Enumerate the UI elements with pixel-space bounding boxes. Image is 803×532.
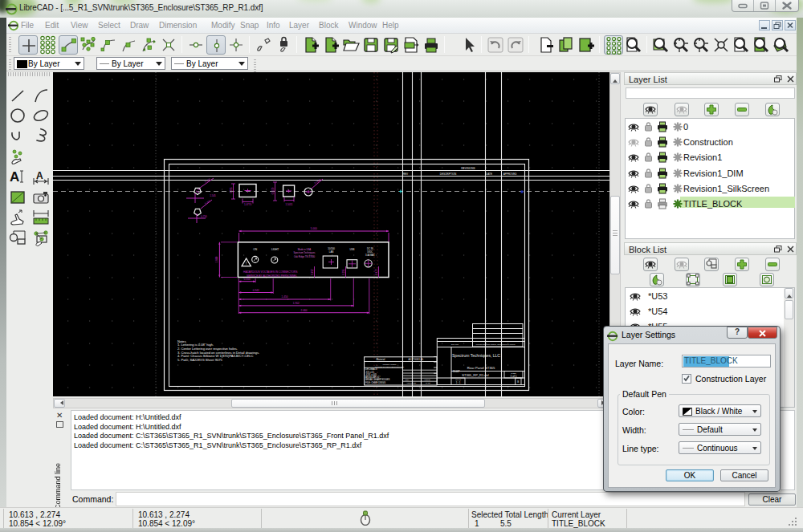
svg-text:DATE: DATE [426, 382, 430, 384]
svg-text:ST365_RP_R1.dxf: ST365_RP_R1.dxf [462, 373, 489, 377]
svg-text:1 : 1: 1 : 1 [456, 381, 461, 384]
svg-text:SCALE: SCALE [455, 379, 461, 380]
svg-text:DRAWN: DRAWN [451, 343, 459, 346]
svg-text:UNLESS OTHERWISE SPECIFIED: UNLESS OTHERWISE SPECIFIED [375, 366, 405, 368]
svg-text:SHEET: SHEET [511, 372, 516, 374]
svg-text:1.902: 1.902 [293, 302, 300, 305]
svg-text:5. PwD, SA228VG Sheet 9075: 5. PwD, SA228VG Sheet 9075 [177, 358, 222, 362]
svg-text:1.545: 1.545 [210, 194, 216, 197]
svg-text:!: ! [246, 262, 247, 266]
svg-text:Rear Panel ST365: Rear Panel ST365 [467, 366, 495, 370]
svg-text:A: A [10, 169, 19, 185]
svg-text:SERVICE BY AUTHORIZED PERSONNE: SERVICE BY AUTHORIZED PERSONNEL [247, 274, 297, 278]
svg-text:1.5011: 1.5011 [286, 203, 293, 206]
svg-text:DC IN: DC IN [367, 247, 373, 250]
svg-text:REV: REV [406, 379, 410, 381]
svg-text:Unless otherwise stated, dimen: Unless otherwise stated, dimensions in i… [476, 343, 516, 346]
svg-text:0.5120: 0.5120 [271, 187, 275, 194]
svg-text:HAZARDOUS VOLTAGES IN CONNECTO: HAZARDOUS VOLTAGES IN CONNECTORS [243, 270, 298, 274]
svg-text:ON: ON [253, 248, 257, 251]
svg-text:Made in USA: Made in USA [298, 248, 312, 251]
svg-text:B: B [517, 380, 519, 384]
svg-text:USB: USB [350, 248, 355, 251]
svg-text:APPROVED: APPROVED [503, 173, 518, 176]
svg-text:A2-T 6061 AL: A2-T 6061 AL [409, 358, 424, 361]
svg-text:1.450: 1.450 [282, 295, 288, 298]
svg-text:0.300: 0.300 [244, 278, 251, 281]
svg-text:0.492: 0.492 [311, 269, 314, 274]
svg-text:LIGHT: LIGHT [271, 248, 279, 251]
svg-text:Spectrum Techniques, LLC: Spectrum Techniques, LLC [452, 353, 500, 358]
svg-text:REV: REV [403, 173, 408, 176]
svg-text:0.295: 0.295 [230, 187, 233, 193]
svg-text:2.460: 2.460 [301, 309, 308, 312]
svg-text:1.600: 1.600 [216, 256, 219, 262]
svg-text:0.750: 0.750 [201, 215, 207, 218]
svg-text:0.941: 0.941 [253, 289, 259, 292]
svg-text:0.295: 0.295 [342, 269, 345, 274]
svg-text:REVISIONS: REVISIONS [461, 167, 475, 170]
svg-text:LAN: LAN [329, 250, 333, 254]
svg-text:1.0770: 1.0770 [244, 203, 252, 206]
svg-text:Spectrum Techniques: Spectrum Techniques [294, 251, 316, 254]
svg-text:1 of 1: 1 of 1 [511, 375, 517, 378]
svg-text:5VDC: 5VDC [367, 250, 373, 254]
svg-text:5.000: 5.000 [311, 227, 317, 230]
svg-text:3.0A MAX: 3.0A MAX [365, 254, 375, 257]
svg-text:Material: Material [376, 358, 385, 361]
svg-text:Oak Ridge TN 37830: Oak Ridge TN 37830 [294, 255, 316, 258]
svg-text:FILE: CHMF DWGS: FILE: CHMF DWGS [365, 381, 385, 384]
svg-text:APPROVED: APPROVED [406, 382, 417, 384]
svg-text:4/25/11: 4/25/11 [424, 379, 430, 381]
svg-text:0.472: 0.472 [375, 269, 378, 274]
svg-text:DATE: DATE [486, 173, 492, 176]
svg-text:DESCRIPTION: DESCRIPTION [440, 173, 457, 176]
